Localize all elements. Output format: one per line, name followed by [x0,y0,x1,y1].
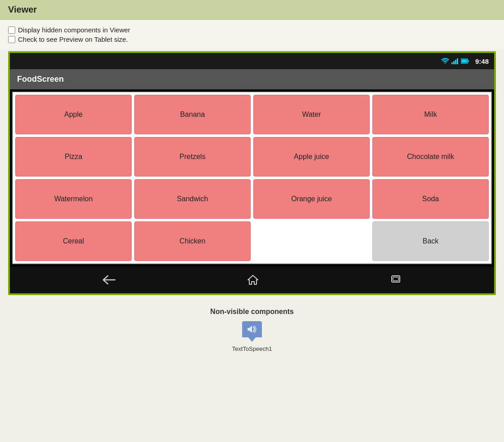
svg-rect-3 [457,58,458,64]
tts-component[interactable]: TextToSpeech1 [232,321,272,352]
food-cell-apple[interactable]: Apple [15,95,132,134]
svg-marker-8 [248,275,258,284]
food-cell-milk[interactable]: Milk [372,95,489,134]
svg-rect-10 [393,277,398,281]
wifi-icon [441,58,449,64]
app-bar: FoodScreen [10,69,494,89]
device-frame: 9:48 FoodScreen AppleBananaWaterMilkPizz… [8,51,496,295]
viewer-title: Viewer [0,0,504,20]
options-area: Display hidden components in Viewer Chec… [0,20,504,49]
tts-label: TextToSpeech1 [232,345,272,352]
food-grid: AppleBananaWaterMilkPizzaPretzelsApple j… [12,91,492,265]
display-hidden-checkbox[interactable] [8,27,15,34]
tablet-preview-label[interactable]: Check to see Preview on Tablet size. [8,35,496,43]
food-cell-sandwich[interactable]: Sandwich [134,179,251,219]
svg-rect-2 [455,60,456,64]
home-nav-icon[interactable] [247,274,259,285]
food-cell-banana[interactable]: Banana [134,95,251,134]
food-cell-chicken[interactable]: Chicken [134,221,251,261]
food-cell-pretzels[interactable]: Pretzels [134,137,251,177]
food-cell-apple-juice[interactable]: Apple juice [253,137,370,177]
svg-rect-1 [453,61,455,64]
food-cell-chocolate-milk[interactable]: Chocolate milk [372,137,489,177]
battery-icon [461,58,469,64]
food-cell-pizza[interactable]: Pizza [15,137,132,177]
empty-cell [253,221,370,261]
food-cell-cereal[interactable]: Cereal [15,221,132,261]
tablet-preview-checkbox[interactable] [8,36,15,43]
nav-bar [10,266,494,293]
svg-rect-5 [468,60,469,62]
status-time: 9:48 [475,57,489,65]
tts-icon [242,321,262,337]
back-button[interactable]: Back [372,221,489,261]
food-cell-soda[interactable]: Soda [372,179,489,219]
non-visible-section: Non-visible components TextToSpeech1 [0,301,504,358]
signal-icon [451,58,459,64]
status-bar: 9:48 [10,53,494,69]
svg-rect-6 [461,60,467,63]
food-cell-watermelon[interactable]: Watermelon [15,179,132,219]
non-visible-title: Non-visible components [8,308,496,316]
back-nav-icon[interactable] [102,275,116,285]
status-icons [441,58,469,64]
svg-rect-0 [451,62,453,64]
recent-nav-icon[interactable] [390,275,402,285]
display-hidden-label[interactable]: Display hidden components in Viewer [8,26,496,34]
food-cell-orange-juice[interactable]: Orange juice [253,179,370,219]
food-cell-water[interactable]: Water [253,95,370,134]
